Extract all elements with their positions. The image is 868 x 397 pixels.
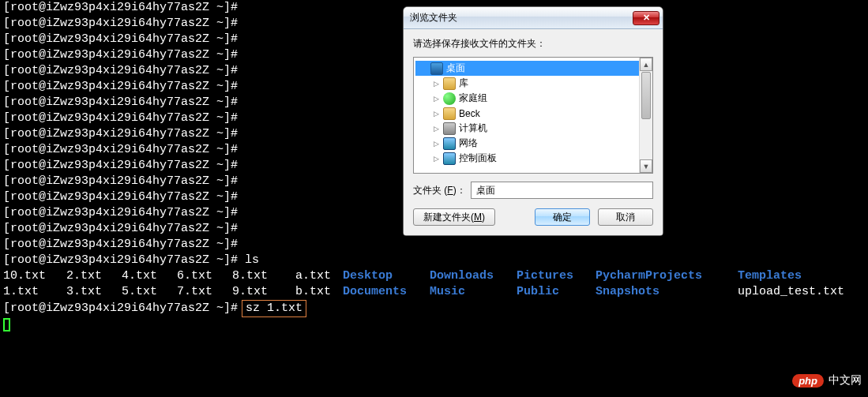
folder-path-label: 文件夹 (F)： bbox=[413, 184, 466, 197]
folder-icon bbox=[443, 107, 456, 120]
watermark-text: 中文网 bbox=[829, 373, 862, 388]
tree-item[interactable]: ▷库 bbox=[415, 76, 651, 91]
folder-icon bbox=[443, 152, 456, 165]
ls-entry: a.txt bbox=[295, 268, 343, 284]
expand-icon[interactable] bbox=[420, 65, 427, 72]
ls-entry: 5.txt bbox=[122, 284, 177, 300]
tree-item[interactable]: 桌面 bbox=[415, 61, 651, 76]
dialog-button-row: 新建文件夹(M) 确定 取消 bbox=[413, 208, 653, 226]
cursor-icon bbox=[3, 318, 10, 331]
terminal-cursor-line bbox=[3, 317, 865, 333]
tree-item-label: Beck bbox=[459, 108, 480, 119]
expand-icon[interactable]: ▷ bbox=[433, 125, 440, 132]
tree-item-label: 桌面 bbox=[446, 62, 465, 75]
watermark: php 中文网 bbox=[792, 373, 862, 388]
tree-scrollbar[interactable]: ▲ ▼ bbox=[639, 58, 652, 173]
ls-entry: 2.txt bbox=[66, 268, 122, 284]
folder-path-row: 文件夹 (F)： bbox=[413, 182, 653, 199]
dialog-hint: 请选择保存接收文件的文件夹： bbox=[413, 37, 653, 51]
ls-entry: Public bbox=[517, 284, 596, 300]
close-button[interactable]: ✕ bbox=[633, 11, 659, 25]
tree-item-label: 网络 bbox=[459, 137, 478, 150]
terminal-line: [root@iZwz93p4xi29i64hy77as2Z ~]# ls bbox=[3, 253, 865, 268]
ls-entry: 3.txt bbox=[66, 284, 122, 300]
folder-icon bbox=[443, 122, 456, 135]
ls-entry: 9.txt bbox=[232, 284, 295, 300]
current-command-highlight: sz 1.txt bbox=[242, 300, 306, 317]
scroll-thumb[interactable] bbox=[641, 72, 651, 119]
terminal-line: [root@iZwz93p4xi29i64hy77as2Z ~]# bbox=[3, 237, 865, 253]
dialog-body: 请选择保存接收文件的文件夹： 桌面▷库▷家庭组▷Beck▷计算机▷网络▷控制面板… bbox=[404, 29, 663, 235]
ls-entry: 10.txt bbox=[3, 268, 66, 284]
terminal-current-line[interactable]: [root@iZwz93p4xi29i64hy77as2Z ~]# sz 1.t… bbox=[3, 300, 865, 317]
ls-entry: Pictures bbox=[517, 268, 596, 284]
ls-entry: PycharmProjects bbox=[596, 268, 738, 284]
tree-item-label: 控制面板 bbox=[459, 152, 497, 165]
folder-path-input[interactable] bbox=[471, 182, 653, 199]
scroll-down-button[interactable]: ▼ bbox=[640, 159, 652, 173]
folder-icon bbox=[443, 92, 456, 105]
dialog-titlebar[interactable]: 浏览文件夹 ✕ bbox=[404, 7, 663, 29]
close-icon: ✕ bbox=[643, 13, 650, 23]
scroll-up-button[interactable]: ▲ bbox=[640, 58, 652, 71]
watermark-logo: php bbox=[792, 374, 824, 388]
expand-icon[interactable]: ▷ bbox=[433, 140, 440, 147]
browse-folder-dialog: 浏览文件夹 ✕ 请选择保存接收文件的文件夹： 桌面▷库▷家庭组▷Beck▷计算机… bbox=[403, 6, 663, 236]
tree-item[interactable]: ▷家庭组 bbox=[415, 91, 651, 106]
ls-entry: 6.txt bbox=[177, 268, 232, 284]
ls-entry: Snapshots bbox=[596, 284, 738, 300]
tree-item[interactable]: ▷控制面板 bbox=[415, 151, 651, 166]
ls-entry: upload_test.txt bbox=[738, 284, 856, 300]
ls-entry: Documents bbox=[343, 284, 430, 300]
expand-icon[interactable]: ▷ bbox=[433, 80, 440, 87]
cancel-button[interactable]: 取消 bbox=[598, 208, 653, 226]
ls-entry: Templates bbox=[738, 268, 856, 284]
ls-row: 1.txt3.txt5.txt7.txt9.txtb.txtDocumentsM… bbox=[3, 284, 865, 300]
folder-icon bbox=[443, 137, 456, 150]
tree-item[interactable]: ▷Beck bbox=[415, 106, 651, 121]
expand-icon[interactable]: ▷ bbox=[433, 110, 440, 117]
dialog-title: 浏览文件夹 bbox=[410, 11, 633, 24]
folder-icon bbox=[443, 77, 456, 90]
ls-entry: b.txt bbox=[295, 284, 343, 300]
ls-entry: 7.txt bbox=[177, 284, 232, 300]
ls-entry: Desktop bbox=[343, 268, 430, 284]
ls-entry: 4.txt bbox=[122, 268, 177, 284]
expand-icon[interactable]: ▷ bbox=[433, 155, 440, 162]
ls-entry: 1.txt bbox=[3, 284, 66, 300]
ls-entry: 8.txt bbox=[232, 268, 295, 284]
folder-tree[interactable]: 桌面▷库▷家庭组▷Beck▷计算机▷网络▷控制面板 bbox=[413, 57, 653, 174]
ls-entry: Downloads bbox=[430, 268, 517, 284]
ls-entry: Music bbox=[430, 284, 517, 300]
ls-row: 10.txt2.txt4.txt6.txt8.txta.txtDesktopDo… bbox=[3, 268, 865, 284]
expand-icon[interactable]: ▷ bbox=[433, 95, 440, 102]
ok-button[interactable]: 确定 bbox=[535, 208, 590, 226]
new-folder-button[interactable]: 新建文件夹(M) bbox=[413, 208, 495, 226]
tree-item-label: 库 bbox=[459, 77, 468, 90]
tree-item-label: 计算机 bbox=[459, 122, 487, 135]
tree-item[interactable]: ▷网络 bbox=[415, 136, 651, 151]
folder-icon bbox=[430, 62, 443, 75]
tree-item-label: 家庭组 bbox=[459, 92, 487, 105]
tree-item[interactable]: ▷计算机 bbox=[415, 121, 651, 136]
